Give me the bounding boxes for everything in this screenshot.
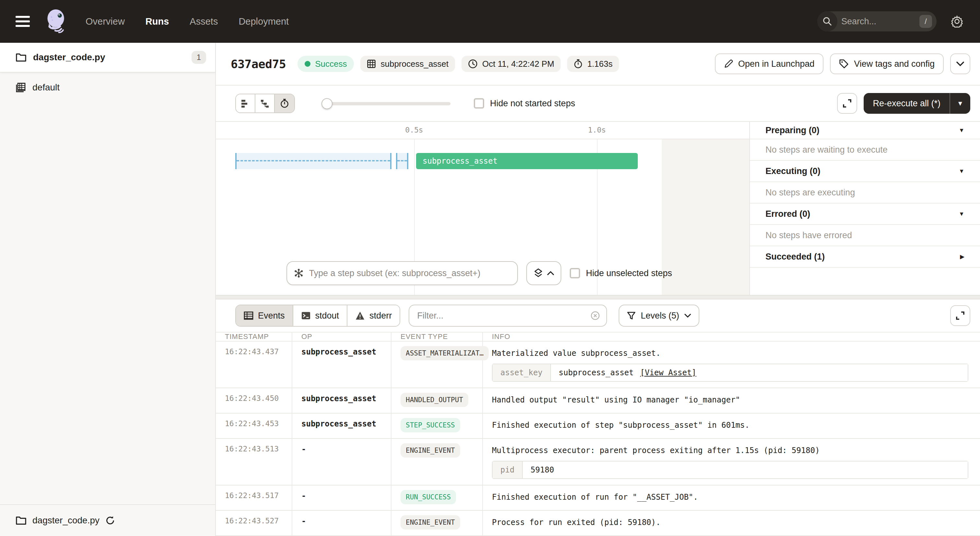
event-info-text: Finished execution of step "subprocess_a… <box>492 421 971 430</box>
view-mode-waterfall-timed-button[interactable] <box>275 94 294 113</box>
reexecute-all-button[interactable]: Re-execute all (*) <box>864 93 950 114</box>
event-timestamp: 16:22:43.517 <box>216 485 292 510</box>
repo-name: dagster_code.py <box>33 52 185 62</box>
event-info-text: Process for run exited (pid: 59180). <box>492 518 971 527</box>
section-caret-icon[interactable]: ▼ <box>959 211 964 218</box>
search-shortcut-key: / <box>920 15 932 28</box>
event-info-cell: Multiprocess executor: parent process ex… <box>483 439 980 485</box>
log-filter-input[interactable] <box>417 311 585 321</box>
panel-splitter[interactable] <box>216 295 980 299</box>
run-start-time-tag: Oct 11, 4:22:42 PM <box>461 56 561 72</box>
events-table: TIMESTAMP OP EVENT TYPE INFO 16:22:43.43… <box>216 332 980 536</box>
folder-icon <box>16 515 27 525</box>
reexecute-options-arrow[interactable]: ▼ <box>950 93 970 114</box>
section-caret-icon[interactable]: ▼ <box>959 127 964 134</box>
event-op: subprocess_asset <box>292 388 391 413</box>
waiting-bar-segment <box>235 153 391 169</box>
event-log-row[interactable]: 16:22:43.517 - RUN_SUCCESS Finished exec… <box>216 485 980 511</box>
event-info-cell: Handled output "result" using IO manager… <box>483 388 980 413</box>
top-nav-link[interactable]: Deployment <box>239 16 289 27</box>
view-asset-link[interactable]: [View Asset] <box>640 368 696 377</box>
gantt-toolbar: Hide not started steps Re-execute all (*… <box>216 86 980 122</box>
job-grid-icon <box>367 59 376 68</box>
step-status-section-header[interactable]: Succeeded (1) ▶ <box>750 246 980 268</box>
gantt-zoom-slider[interactable] <box>322 98 450 108</box>
view-mode-waterfall-button[interactable] <box>255 94 275 113</box>
step-status-section-header[interactable]: Executing (0) ▼ <box>750 161 980 182</box>
section-title: Executing (0) <box>765 166 959 176</box>
event-timestamp: 16:22:43.527 <box>216 511 292 535</box>
run-job-tag[interactable]: subprocess_asset <box>360 56 455 72</box>
slider-thumb[interactable] <box>321 98 332 109</box>
clear-filter-icon[interactable] <box>590 310 600 321</box>
hide-not-started-checkbox[interactable] <box>474 98 484 108</box>
hide-not-started-checkbox-row[interactable]: Hide not started steps <box>474 98 575 108</box>
top-nav-link[interactable]: Assets <box>189 16 218 27</box>
main-nav-links: OverviewRunsAssetsDeployment <box>86 16 289 27</box>
top-nav-link[interactable]: Overview <box>86 16 125 27</box>
tag-icon <box>839 59 849 69</box>
event-type-cell: RUN_SUCCESS <box>391 485 483 510</box>
hamburger-menu-icon[interactable] <box>16 16 30 27</box>
event-log-row[interactable]: 16:22:43.450 subprocess_asset HANDLED_OU… <box>216 388 980 414</box>
reload-icon[interactable] <box>105 515 115 525</box>
event-op: - <box>292 485 391 510</box>
col-event-type: EVENT TYPE <box>391 332 483 341</box>
section-caret-icon[interactable]: ▼ <box>959 168 964 175</box>
gantt-fullscreen-button[interactable] <box>837 93 857 114</box>
event-log-row[interactable]: 16:22:43.453 subprocess_asset STEP_SUCCE… <box>216 414 980 439</box>
event-log-row[interactable]: 16:22:43.437 subprocess_asset ASSET_MATE… <box>216 342 980 388</box>
step-status-section-header[interactable]: Errored (0) ▼ <box>750 204 980 225</box>
event-type-badge: RUN_SUCCESS <box>401 490 456 504</box>
graph-options-button[interactable] <box>526 261 561 285</box>
left-sidebar: dagster_code.py 1 default dagster_code.p… <box>0 43 216 536</box>
section-title: Errored (0) <box>765 209 959 219</box>
col-info: INFO <box>483 332 980 341</box>
view-mode-flat-button[interactable] <box>236 94 255 113</box>
stopwatch-icon <box>574 59 583 69</box>
pencil-icon <box>724 59 733 68</box>
section-caret-icon[interactable]: ▶ <box>960 253 964 260</box>
tab-stdout[interactable]: stdout <box>293 305 348 326</box>
tab-events[interactable]: Events <box>236 305 293 326</box>
event-info-text: Materialized value subprocess_asset. <box>492 349 971 358</box>
event-type-badge: ASSET_MATERIALIZAT… <box>401 346 489 360</box>
hide-unselected-checkbox-row[interactable]: Hide unselected steps <box>570 268 672 278</box>
warning-icon <box>355 311 365 320</box>
step-status-section-message: No steps are waiting to execute <box>750 139 980 161</box>
events-fullscreen-button[interactable] <box>950 305 970 326</box>
sidebar-item-default-job[interactable]: default <box>0 73 215 102</box>
event-log-row[interactable]: 16:22:43.527 - ENGINE_EVENT Process for … <box>216 511 980 536</box>
global-search[interactable]: / <box>817 11 937 32</box>
event-type-badge: HANDLED_OUTPUT <box>401 393 468 407</box>
chevron-down-icon <box>956 61 964 67</box>
hide-unselected-checkbox[interactable] <box>570 268 580 278</box>
levels-filter-button[interactable]: Levels (5) <box>619 305 699 327</box>
view-tags-config-button[interactable]: View tags and config <box>830 54 944 74</box>
event-info-cell: Finished execution of step "subprocess_a… <box>483 414 980 438</box>
search-input[interactable] <box>837 16 920 27</box>
event-log-row[interactable]: 16:22:43.513 - ENGINE_EVENT Multiprocess… <box>216 439 980 485</box>
open-in-launchpad-button[interactable]: Open in Launchpad <box>715 54 824 74</box>
settings-gear-icon[interactable] <box>951 15 963 27</box>
dagster-logo[interactable] <box>44 8 69 34</box>
step-status-section-message: No steps have errored <box>750 225 980 246</box>
event-type-badge: ENGINE_EVENT <box>401 515 460 530</box>
step-subset-input[interactable] <box>309 268 511 278</box>
run-header: 637aed75 Success subprocess_asset Oct 11… <box>216 43 980 86</box>
repo-location-header[interactable]: dagster_code.py 1 <box>0 43 215 73</box>
terminal-icon <box>301 312 311 320</box>
event-timestamp: 16:22:43.513 <box>216 439 292 485</box>
event-type-badge: ENGINE_EVENT <box>401 443 460 458</box>
step-status-section-header[interactable]: Preparing (0) ▼ <box>750 122 980 139</box>
event-type-cell: ENGINE_EVENT <box>391 511 483 535</box>
gantt-chart[interactable]: 0.5s 1.0s subprocess_asset <box>216 122 749 295</box>
gantt-view-mode-group <box>235 94 295 113</box>
tab-stderr[interactable]: stderr <box>347 305 399 326</box>
top-nav-link[interactable]: Runs <box>145 16 169 27</box>
event-op: - <box>292 439 391 485</box>
run-header-more-button[interactable] <box>950 54 970 74</box>
section-title: Succeeded (1) <box>765 252 960 262</box>
top-nav: OverviewRunsAssetsDeployment / <box>0 0 980 43</box>
step-bar-subprocess-asset[interactable]: subprocess_asset <box>416 153 638 169</box>
